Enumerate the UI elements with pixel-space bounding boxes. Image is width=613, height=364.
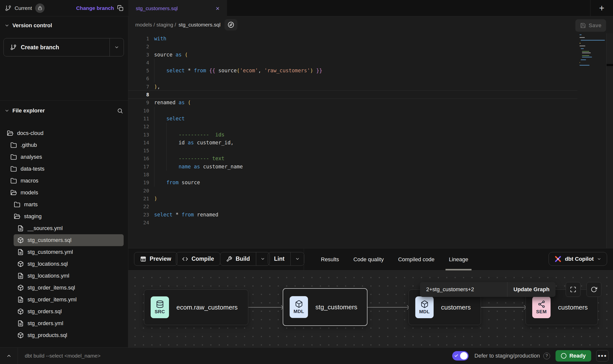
lineage-graph-panel[interactable]: SRCecom.raw_customersMDLstg_customersMDL…	[128, 270, 613, 347]
node-label: customers	[441, 304, 471, 311]
code-line-21[interactable]: )	[154, 195, 322, 203]
file-tree-item-macros[interactable]: macros	[0, 175, 128, 187]
build-dropdown[interactable]	[256, 252, 270, 265]
search-icon[interactable]	[117, 108, 123, 114]
collapse-panel-button[interactable]	[0, 348, 18, 364]
chevron-down-icon	[4, 108, 9, 113]
preview-button[interactable]: Preview	[134, 252, 177, 266]
file-tree-item-marts[interactable]: marts	[0, 199, 128, 210]
code-line-2[interactable]	[154, 43, 322, 51]
file-tree-item-stg-orders-sql[interactable]: stg_orders.sql	[0, 306, 128, 317]
compile-button[interactable]: Compile	[176, 252, 220, 266]
code-line-17[interactable]: name as customer_name	[154, 163, 322, 171]
code-line-10[interactable]	[154, 107, 322, 115]
model-icon	[17, 237, 24, 243]
file-tree-item-stg-locations-sql[interactable]: stg_locations.sql	[0, 258, 128, 270]
create-branch-dropdown[interactable]	[110, 38, 124, 56]
code-line-22[interactable]	[154, 203, 322, 210]
code-line-4[interactable]	[154, 59, 322, 67]
lineage-node-stg-customers-mdl[interactable]: MDLstg_customers	[283, 288, 367, 326]
code-line-1[interactable]: with	[154, 35, 322, 43]
code-line-20[interactable]	[154, 187, 322, 195]
copy-icon[interactable]	[117, 5, 123, 11]
code-line-7[interactable]: ),	[154, 83, 322, 91]
minimap-line	[580, 62, 580, 63]
command-input[interactable]: dbt build --select <model_name>	[25, 353, 101, 359]
save-icon	[580, 23, 586, 28]
file-tree-item-stg-order-items-yml[interactable]: stg_order_items.yml	[0, 294, 128, 306]
new-tab-button[interactable]: +	[599, 4, 604, 13]
file-tree-item-stg-orders-yml[interactable]: stg_orders.yml	[0, 317, 128, 329]
lineage-node-ecom-raw-customers-src[interactable]: SRCecom.raw_customers	[144, 289, 248, 325]
code-line-11[interactable]: select	[154, 115, 322, 123]
file-tree-item-stg-order-items-sql[interactable]: stg_order_items.sql	[0, 282, 128, 294]
code-content[interactable]: with source as ( select * from {{ source…	[154, 35, 322, 227]
divider	[304, 248, 304, 270]
create-branch-main[interactable]: Create branch	[4, 38, 110, 56]
file-tree-label: stg_locations.yml	[28, 273, 69, 279]
create-branch-button[interactable]: Create branch	[3, 38, 124, 56]
status-circle-icon	[561, 353, 566, 359]
file-explorer-header[interactable]: File explorer	[4, 105, 123, 116]
code-line-3[interactable]: source as (	[154, 51, 322, 59]
file-tree-item--github[interactable]: .github	[0, 139, 128, 151]
file-tree-item-docs-cloud[interactable]: docs-cloud	[0, 127, 128, 139]
code-line-24[interactable]	[154, 219, 322, 227]
file-tree-item-staging[interactable]: staging	[0, 210, 128, 222]
panel-tab-compiled-code[interactable]: Compiled code	[391, 248, 442, 270]
model-icon	[17, 261, 24, 267]
explore-docs-button[interactable]	[224, 19, 237, 30]
lint-button[interactable]: Lint	[268, 252, 304, 266]
folder-icon	[10, 166, 17, 172]
lineage-refresh-button[interactable]	[586, 282, 601, 297]
file-tree-item--sources-yml[interactable]: __sources.yml	[0, 222, 128, 234]
file-tree-item-stg-customers-yml[interactable]: stg_customers.yml	[0, 246, 128, 258]
chevron-down-icon	[597, 257, 601, 261]
close-tab-icon[interactable]: ×	[216, 5, 220, 12]
help-icon[interactable]: ?	[543, 353, 550, 359]
build-button[interactable]: Build	[220, 252, 270, 266]
change-branch-link[interactable]: Change branch	[76, 5, 114, 11]
file-tree-item-models[interactable]: models	[0, 187, 128, 199]
node-type-badge: MDL	[415, 296, 434, 318]
ready-status-badge[interactable]: Ready	[556, 350, 591, 362]
code-line-16[interactable]: ---------- text	[154, 155, 322, 162]
file-tree-item-stg-products-sql[interactable]: stg_products.sql	[0, 329, 128, 341]
more-options-button[interactable]: ●●●	[596, 350, 609, 362]
panel-tab-results[interactable]: Results	[314, 248, 346, 270]
code-line-6[interactable]	[154, 75, 322, 82]
tab-stg-customers-sql[interactable]: stg_customers.sql ×	[128, 0, 227, 17]
code-line-18[interactable]	[154, 171, 322, 179]
code-line-13[interactable]: ---------- ids	[154, 131, 322, 139]
code-line-8[interactable]	[154, 91, 322, 99]
panel-tab-code-quality[interactable]: Code quality	[346, 248, 391, 270]
minimap-line	[580, 37, 585, 38]
panel-tab-lineage[interactable]: Lineage	[442, 248, 475, 270]
minimap-line	[580, 34, 582, 35]
code-line-12[interactable]	[154, 123, 322, 130]
code-line-5[interactable]: select * from {{ source('ecom', 'raw_cus…	[154, 67, 322, 75]
lint-dropdown[interactable]	[291, 252, 304, 265]
code-line-19[interactable]: from source	[154, 179, 322, 186]
file-tree-item-analyses[interactable]: analyses	[0, 151, 128, 163]
update-graph-button[interactable]: Update Graph	[507, 282, 556, 297]
version-control-header[interactable]: Version control	[4, 22, 52, 29]
file-tree-item-stg-customers-sql[interactable]: stg_customers.sql	[14, 234, 124, 246]
code-line-14[interactable]: id as customer_id,	[154, 139, 322, 147]
lineage-selector-input[interactable]: 2+stg_customers+2	[420, 282, 507, 297]
code-line-15[interactable]	[154, 147, 322, 155]
dbt-copilot-button[interactable]: dbt Copilot	[549, 252, 607, 266]
lineage-fullscreen-button[interactable]	[566, 282, 581, 297]
code-line-23[interactable]: select * from renamed	[154, 211, 322, 219]
save-button[interactable]: Save	[575, 19, 606, 32]
minimap-line	[582, 55, 589, 56]
copilot-label: dbt Copilot	[565, 256, 594, 262]
file-tree-label: macros	[21, 178, 38, 184]
file-tree-item-data-tests[interactable]: data-tests	[0, 163, 128, 175]
code-line-9[interactable]: renamed as (	[154, 99, 322, 106]
check-icon	[454, 354, 458, 358]
defer-toggle[interactable]	[452, 351, 469, 361]
file-tree-item-stg-locations-yml[interactable]: stg_locations.yml	[0, 270, 128, 282]
share-icon	[537, 300, 546, 308]
code-editor[interactable]: 123456789101112131415161718192021222324 …	[128, 33, 613, 248]
